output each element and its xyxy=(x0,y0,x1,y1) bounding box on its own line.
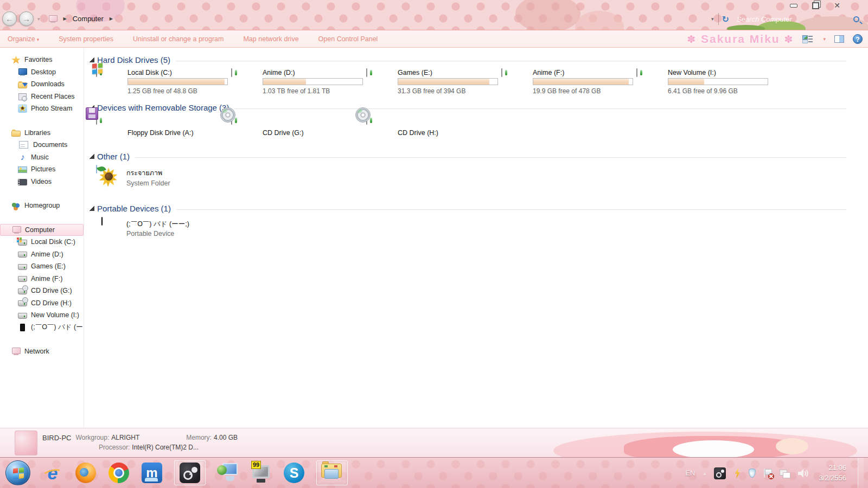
sakura-miku-watermark: ✽ Sakura Miku ✽ xyxy=(687,33,794,46)
group-rule xyxy=(135,157,846,158)
help-button[interactable]: ? xyxy=(853,34,863,44)
minimize-button[interactable] xyxy=(787,1,801,10)
group-header-hard-disks[interactable]: Hard Disk Drives (5) xyxy=(90,54,868,66)
maxthon-icon: m xyxy=(142,463,162,483)
explorer-button[interactable] xyxy=(316,460,348,485)
system-properties-button[interactable]: System properties xyxy=(59,35,113,43)
preview-pane-button[interactable] xyxy=(834,35,844,43)
phone-icon xyxy=(20,324,25,331)
droplet-tray-icon[interactable] xyxy=(749,468,756,478)
show-desktop-button[interactable] xyxy=(858,458,864,488)
sidebar-item-favorites[interactable]: Favorites xyxy=(0,54,84,66)
steam-tray-icon[interactable] xyxy=(714,467,726,479)
hard-drive-icon xyxy=(18,263,27,272)
action-center-flag-icon[interactable] xyxy=(763,468,773,479)
internet-explorer-button[interactable]: e xyxy=(42,462,63,484)
volume-icon[interactable] xyxy=(797,468,809,479)
hard-drive-icon xyxy=(18,275,27,284)
sidebar-item-anime-d[interactable]: Anime (D:) xyxy=(0,248,84,261)
change-view-button[interactable] xyxy=(802,35,813,43)
network-icon xyxy=(11,347,21,356)
drive-tile-c[interactable]: Local Disk (C:) 1.25 GB free of 48.8 GB xyxy=(90,66,225,100)
sidebar-item-local-disk-c[interactable]: Local Disk (C:) xyxy=(0,236,84,248)
group-header-removable[interactable]: Devices with Removable Storage (3) xyxy=(90,101,868,113)
ie-orbit-icon xyxy=(42,467,63,480)
sidebar-item-music[interactable]: ♪ Music xyxy=(0,151,84,164)
skype-button[interactable]: S xyxy=(283,462,305,484)
capacity-bar xyxy=(668,78,768,85)
restore-button[interactable] xyxy=(808,1,822,10)
other-tile-system-folder[interactable]: กระจายภาพ System Folder xyxy=(90,162,225,201)
collapse-triangle-icon[interactable] xyxy=(90,206,94,211)
floppy-tile-a[interactable]: Floppy Disk Drive (A:) xyxy=(90,113,225,149)
sidebar-item-photo-stream[interactable]: Photo Stream xyxy=(0,102,84,115)
sidebar-item-downloads[interactable]: Downloads xyxy=(0,78,84,91)
sidebar-item-documents[interactable]: Documents xyxy=(0,139,84,151)
uninstall-program-button[interactable]: Uninstall or change a program xyxy=(133,35,224,43)
sidebar-item-recent-places[interactable]: Recent Places xyxy=(0,91,84,103)
hard-drive-icon xyxy=(18,251,27,259)
sidebar-item-new-volume-i[interactable]: New Volume (I:) xyxy=(0,309,84,322)
sidebar-item-libraries[interactable]: Libraries xyxy=(0,127,84,139)
sidebar-item-games-e[interactable]: Games (E:) xyxy=(0,260,84,273)
command-toolbar: Organize▾ System properties Uninstall or… xyxy=(0,30,868,48)
maxthon-button[interactable]: m xyxy=(141,462,163,484)
content-pane: Hard Disk Drives (5) Local Disk (C:) 1.2… xyxy=(84,48,868,428)
group-header-other[interactable]: Other (1) xyxy=(90,150,868,162)
portable-device-tile[interactable]: (;￣O￣) バド (ーー;) Portable Device xyxy=(90,214,225,253)
group-header-portable[interactable]: Portable Devices (1) xyxy=(90,202,868,214)
windows-flag-icon xyxy=(92,63,103,74)
close-button[interactable]: ✕ xyxy=(830,1,844,10)
sidebar-item-videos[interactable]: Videos xyxy=(0,176,84,188)
breadcrumb-arrow-icon[interactable]: ▶ xyxy=(110,16,113,21)
network-tray-icon[interactable] xyxy=(780,468,790,479)
cd-tile-h[interactable]: CD Drive (H:) xyxy=(360,113,495,149)
navigation-pane: Favorites Desktop Downloads Recent Place… xyxy=(0,48,84,428)
breadcrumb-location[interactable]: Computer xyxy=(73,15,104,23)
show-hidden-icons-button[interactable]: ▲ xyxy=(702,471,707,476)
drive-tile-f[interactable]: Anime (F:) 19.9 GB free of 478 GB xyxy=(495,66,630,100)
language-indicator[interactable]: EN xyxy=(685,469,695,477)
sidebar-item-homegroup[interactable]: Homegroup xyxy=(0,200,84,212)
clock-time: 21:06 xyxy=(819,463,846,473)
network-app-button[interactable] xyxy=(217,462,239,484)
drive-tile-i[interactable]: New Volume (I:) 6.41 GB free of 9.96 GB xyxy=(630,66,765,100)
clock[interactable]: 21:06 3/2/2556 xyxy=(819,463,846,484)
forward-button[interactable]: → xyxy=(19,11,34,26)
collapse-triangle-icon[interactable] xyxy=(90,57,94,62)
start-button[interactable] xyxy=(5,460,30,485)
sidebar-item-network[interactable]: Network xyxy=(0,345,84,358)
computer-name: BIRD-PC xyxy=(42,434,71,442)
map-network-drive-button[interactable]: Map network drive xyxy=(243,35,298,43)
search-input[interactable] xyxy=(737,12,853,25)
collapse-triangle-icon[interactable] xyxy=(90,154,94,159)
open-control-panel-button[interactable]: Open Control Panel xyxy=(318,35,378,43)
drive-tile-d[interactable]: Anime (D:) 1.03 TB free of 1.81 TB xyxy=(225,66,360,100)
hard-drive-icon xyxy=(96,68,97,77)
sidebar-item-cd-drive-h[interactable]: CD Drive (H:) xyxy=(0,297,84,310)
organize-button[interactable]: Organize▾ xyxy=(8,35,39,43)
sidebar-item-anime-f[interactable]: Anime (F:) xyxy=(0,273,84,285)
view-caret-icon[interactable]: ▾ xyxy=(823,36,826,42)
sidebar-item-computer[interactable]: Computer xyxy=(0,224,84,236)
capacity-bar xyxy=(398,78,498,85)
monitor-99-button[interactable]: 99 xyxy=(250,462,272,484)
sidebar-item-desktop[interactable]: Desktop xyxy=(0,66,84,79)
sidebar-item-portable-device[interactable]: (;￣O￣) バド (ー xyxy=(0,322,84,334)
cd-tile-g[interactable]: CD Drive (G:) xyxy=(225,113,360,149)
refresh-icon[interactable]: ↻ xyxy=(722,14,729,24)
back-button[interactable]: ← xyxy=(2,11,17,26)
firefox-button[interactable] xyxy=(75,462,97,484)
chrome-button[interactable] xyxy=(108,462,130,484)
sidebar-item-pictures[interactable]: Pictures xyxy=(0,163,84,176)
search-icon[interactable] xyxy=(853,16,859,22)
drive-tile-e[interactable]: Games (E:) 31.3 GB free of 394 GB xyxy=(360,66,495,100)
sidebar-item-cd-drive-g[interactable]: CD Drive (G:) xyxy=(0,285,84,297)
downloads-icon xyxy=(18,82,27,88)
recent-pages-caret-icon[interactable]: ▾ xyxy=(37,16,40,22)
steam-button[interactable] xyxy=(174,460,206,485)
breadcrumb-arrow-icon[interactable]: ▶ xyxy=(63,16,67,21)
lightning-tray-icon[interactable] xyxy=(733,468,742,479)
address-dropdown-caret-icon[interactable]: ▾ xyxy=(711,16,714,22)
music-note-icon: ♪ xyxy=(18,153,27,162)
